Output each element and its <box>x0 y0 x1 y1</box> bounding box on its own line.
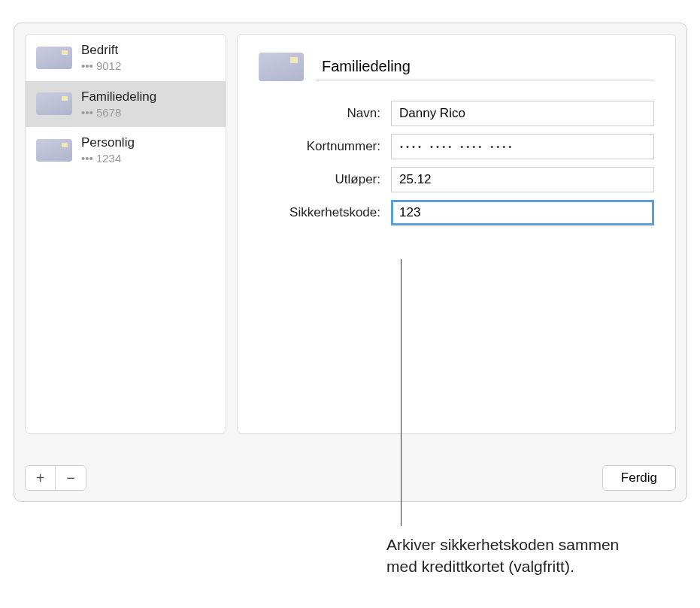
bottom-toolbar: + − Ferdig <box>25 465 676 491</box>
name-label: Navn: <box>259 106 391 121</box>
sidebar-item-personlig[interactable]: Personlig ••• 1234 <box>26 127 226 174</box>
sidebar-item-text: Bedrift ••• 9012 <box>81 42 121 74</box>
form-row-cardnumber: Kortnummer: <box>259 134 654 159</box>
security-code-input[interactable] <box>391 200 654 225</box>
sidebar-item-sub: ••• 9012 <box>81 59 121 74</box>
sidebar-item-bedrift[interactable]: Bedrift ••• 9012 <box>26 35 226 81</box>
sidebar-item-title: Personlig <box>81 135 135 151</box>
card-list-sidebar: Bedrift ••• 9012 Familiedeling ••• 5678 … <box>25 34 226 434</box>
callout-text: Arkiver sikkerhetskoden sammen med kredi… <box>386 534 642 578</box>
card-title-input[interactable] <box>316 53 654 80</box>
add-remove-group: + − <box>25 465 86 491</box>
sidebar-item-title: Familiedeling <box>81 89 156 105</box>
done-button[interactable]: Ferdig <box>602 465 676 491</box>
add-button[interactable]: + <box>26 466 56 490</box>
credit-card-window: Bedrift ••• 9012 Familiedeling ••• 5678 … <box>14 23 687 502</box>
expires-label: Utløper: <box>259 172 391 187</box>
cardnumber-input[interactable] <box>391 134 654 159</box>
sidebar-item-title: Bedrift <box>81 42 121 59</box>
callout-leader-line <box>401 259 402 526</box>
window-content: Bedrift ••• 9012 Familiedeling ••• 5678 … <box>14 23 686 444</box>
credit-card-icon <box>259 53 304 81</box>
credit-card-icon <box>36 47 72 69</box>
credit-card-icon <box>36 139 72 162</box>
sidebar-item-text: Personlig ••• 1234 <box>81 135 135 166</box>
remove-button[interactable]: − <box>56 466 86 490</box>
expires-input[interactable] <box>391 167 654 192</box>
card-title-row <box>259 53 654 81</box>
sidebar-item-sub: ••• 1234 <box>81 151 135 166</box>
name-input[interactable] <box>391 101 654 126</box>
cardnumber-label: Kortnummer: <box>259 139 391 154</box>
security-label: Sikkerhetskode: <box>259 205 391 220</box>
sidebar-item-sub: ••• 5678 <box>81 105 156 120</box>
credit-card-icon <box>36 92 72 115</box>
form-row-expires: Utløper: <box>259 167 654 192</box>
form-row-security: Sikkerhetskode: <box>259 200 654 225</box>
sidebar-item-text: Familiedeling ••• 5678 <box>81 89 156 120</box>
card-detail-panel: Navn: Kortnummer: Utløper: Sikkerhetskod… <box>237 34 676 434</box>
sidebar-item-familiedeling[interactable]: Familiedeling ••• 5678 <box>26 81 226 128</box>
form-row-name: Navn: <box>259 101 654 126</box>
